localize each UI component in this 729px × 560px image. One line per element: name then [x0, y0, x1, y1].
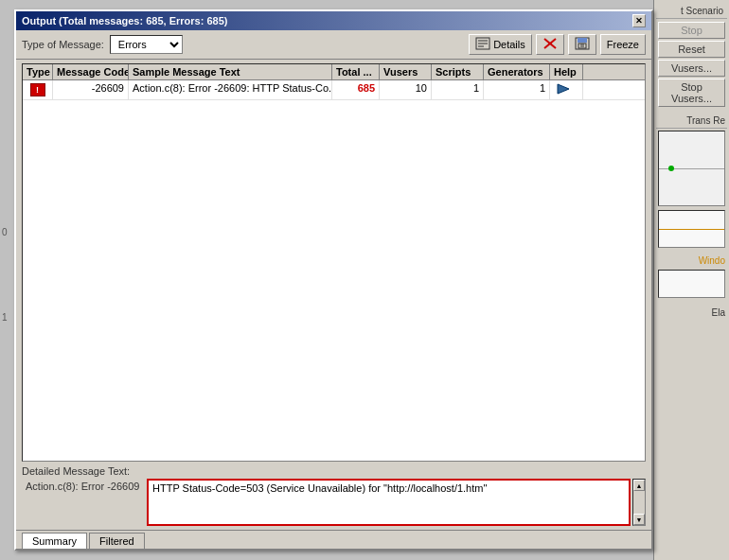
left-number-0: 0 [0, 227, 9, 237]
details-icon [475, 37, 490, 52]
tab-summary[interactable]: Summary [22, 533, 87, 549]
details-button[interactable]: Details [469, 34, 532, 55]
scenario-label: t Scenario [656, 4, 727, 19]
cell-sample: Action.c(8): Error -26609: HTTP Status-C… [129, 80, 332, 99]
scrollbar-down-button[interactable]: ▼ [633, 514, 645, 525]
col-header-help: Help [550, 64, 583, 79]
tab-filtered[interactable]: Filtered [89, 533, 145, 549]
col-header-scripts: Scripts [432, 64, 484, 79]
left-number-1: 1 [0, 312, 9, 323]
cell-help[interactable] [550, 80, 583, 99]
col-header-total: Total ... [332, 64, 380, 79]
detail-message-text: HTTP Status-Code=503 (Service Unavailabl… [147, 479, 631, 526]
title-bar: Output (Total messages: 685, Errors: 685… [16, 11, 651, 30]
table-row[interactable]: ! -26609 Action.c(8): Error -26609: HTTP… [23, 80, 645, 100]
graph-area [658, 131, 725, 206]
stop-button[interactable]: Stop [658, 22, 725, 39]
col-header-code[interactable]: Message Code [1] [53, 64, 129, 79]
type-of-message-label: Type of Message: [22, 39, 104, 50]
message-type-dropdown[interactable]: Errors All Warnings [110, 35, 183, 54]
window-graph [658, 270, 725, 298]
details-label: Details [493, 39, 525, 50]
detail-text-container: Action.c(8): Error -26609 HTTP Status-Co… [22, 479, 646, 526]
col-header-vusers: Vusers [380, 64, 432, 79]
col-header-sample: Sample Message Text [129, 64, 332, 79]
cell-total: 685 [332, 80, 380, 99]
right-sidebar: t Scenario Stop Reset Vusers... Stop Vus… [653, 0, 729, 560]
col-header-type: Type [23, 64, 53, 79]
save-button[interactable] [568, 34, 596, 55]
freeze-button[interactable]: Freeze [600, 34, 646, 55]
graph-area-2 [658, 210, 725, 248]
freeze-label: Freeze [607, 39, 639, 50]
dialog-title: Output (Total messages: 685, Errors: 685… [22, 15, 227, 26]
message-table: Type Message Code [1] Sample Message Tex… [22, 63, 646, 462]
cell-scripts: 1 [432, 80, 484, 99]
svg-rect-7 [578, 38, 587, 43]
detail-area: Detailed Message Text: Action.c(8): Erro… [16, 462, 651, 530]
cell-generators: 1 [484, 80, 550, 99]
col-header-generators: Generators [484, 64, 550, 79]
table-body: ! -26609 Action.c(8): Error -26609: HTTP… [23, 80, 645, 461]
cell-type: ! [23, 80, 53, 99]
clear-icon [542, 37, 558, 52]
save-icon [575, 37, 590, 52]
help-arrow-icon [554, 86, 573, 97]
toolbar: Type of Message: Errors All Warnings Det… [16, 30, 651, 60]
detail-scrollbar: ▲ ▼ [632, 479, 646, 526]
scrollbar-up-button[interactable]: ▲ [633, 480, 645, 491]
table-header: Type Message Code [1] Sample Message Tex… [23, 64, 645, 80]
reset-button[interactable]: Reset [658, 41, 725, 58]
window-label: Windo [656, 250, 727, 268]
detail-label-row: Detailed Message Text: [22, 465, 646, 477]
close-button[interactable]: ✕ [632, 14, 646, 27]
error-type-icon: ! [30, 83, 45, 96]
clear-button[interactable] [536, 34, 564, 55]
svg-marker-11 [558, 84, 569, 94]
detail-left-text: Action.c(8): Error -26609 [22, 479, 145, 494]
ela-label: Ela [656, 300, 727, 320]
bottom-tabs: Summary Filtered [16, 530, 651, 549]
detail-label: Detailed Message Text: [22, 465, 130, 477]
cell-code: -26609 [53, 80, 129, 99]
trans-label: Trans Re [656, 108, 727, 129]
vusers-button[interactable]: Vusers... [658, 60, 725, 77]
cell-vusers: 10 [380, 80, 432, 99]
stop-vusers-button[interactable]: Stop Vusers... [658, 79, 725, 107]
output-dialog: Output (Total messages: 685, Errors: 685… [14, 9, 653, 551]
